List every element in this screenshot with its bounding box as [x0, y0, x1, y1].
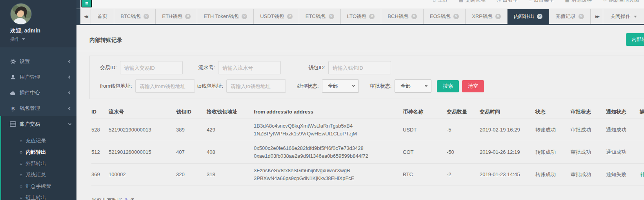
sidebar-subitem-链上转出[interactable]: ○链上转出	[1, 192, 76, 200]
close-tab-icon[interactable]: ×	[537, 14, 542, 19]
cell-status: 转账成功	[535, 163, 571, 186]
chevron-left-icon	[68, 107, 71, 110]
search-button[interactable]: 搜索	[437, 80, 459, 92]
close-tab-icon[interactable]: ×	[369, 14, 375, 19]
close-tab-icon[interactable]: ×	[144, 14, 149, 19]
tab-label: USDT钱包	[260, 13, 284, 20]
tab-BTC钱包[interactable]: BTC钱包×	[114, 9, 156, 24]
close-tab-icon[interactable]: ×	[287, 14, 293, 19]
clear-button[interactable]: 清空	[462, 80, 484, 92]
sidebar-subitem-外部转出[interactable]: ○外部转出	[1, 158, 76, 169]
tab-充值记录[interactable]: 充值记录×	[549, 9, 591, 24]
action-dropdown[interactable]: 操作	[10, 36, 76, 43]
column-header-交易时间: 交易时间	[480, 105, 535, 119]
close-tab-icon[interactable]: ×	[579, 14, 584, 19]
cell-time: 2019-01-26 12:19	[480, 141, 535, 163]
close-tab-icon[interactable]: ×	[495, 14, 501, 19]
tab-首页[interactable]: 首页	[91, 9, 114, 24]
sidebar-group-账户交易: 账户交易○充值记录○内部转出○外部转出○系统汇总○汇总手续费○链上转出	[0, 116, 76, 200]
serial-input[interactable]	[218, 61, 281, 74]
to-address-input[interactable]	[226, 79, 286, 93]
approval-status-select[interactable]: 全部	[395, 79, 431, 93]
txid-input[interactable]	[120, 61, 183, 74]
internal-transfer-button[interactable]: 内部转账	[626, 33, 644, 46]
caret-down-icon	[22, 38, 25, 40]
sidebar-item-label: 插件中心	[20, 89, 69, 96]
sidebar-item-账户交易[interactable]: 账户交易	[1, 116, 76, 132]
action-label: 操作	[10, 36, 20, 43]
sidebar-subitem-汇总手续费[interactable]: ○汇总手续费	[1, 180, 76, 192]
cell-action	[640, 119, 644, 141]
close-operations-dropdown[interactable]: 关闭操作	[603, 9, 644, 24]
table-header-row: ID流水号钱包ID接收钱包地址from address/to address币种…	[91, 105, 644, 119]
close-tab-icon[interactable]: ×	[453, 14, 459, 19]
record-count: 当前共有数据 3 条	[91, 197, 644, 200]
tab-ETH Token钱包[interactable]: ETH Token钱包×	[197, 9, 254, 24]
topnav-item-后台菜单[interactable]: ≡后台菜单	[529, 0, 554, 4]
tab-label: ETH Token钱包	[204, 13, 239, 20]
tab-label: EOS钱包	[430, 13, 451, 20]
scroll-tabs-left-button[interactable]: ◀◀	[80, 9, 91, 24]
from-address: 3FznsKeSV8rx8eSGm6hijntvgxuwArXwgR	[254, 167, 400, 175]
walletid-label: 钱包ID:	[308, 64, 325, 71]
serial-label: 流水号:	[198, 64, 215, 71]
tab-label: XRP钱包	[472, 13, 493, 20]
column-header-状态: 状态	[535, 105, 571, 119]
records-table: ID流水号钱包ID接收钱包地址from address/to address币种…	[91, 105, 644, 186]
resend-notify-link[interactable]: 补发通知	[640, 171, 644, 177]
sidebar-subitem-系统汇总[interactable]: ○系统汇总	[1, 169, 76, 180]
topnav-item-交易管理[interactable]: ▤交易管理	[459, 0, 486, 4]
sidebar-item-设置[interactable]: 设置	[0, 54, 76, 69]
scroll-tabs-right-button[interactable]: ▶▶	[591, 9, 603, 24]
column-header-币种名称: 币种名称	[403, 105, 447, 119]
refresh-icon: ↻	[603, 0, 607, 4]
sidebar-item-插件中心[interactable]: 插件中心	[0, 85, 76, 101]
sidebar-item-用户管理[interactable]: 用户管理	[0, 69, 76, 85]
avatar-image	[11, 4, 31, 24]
gears-icon	[10, 58, 16, 65]
from-address-input[interactable]	[135, 79, 195, 93]
tab-BCH钱包[interactable]: BCH钱包×	[381, 9, 423, 24]
cell-time: 2019-02-19 16:29	[480, 119, 535, 141]
tab-LTC钱包[interactable]: LTC钱包×	[341, 9, 382, 24]
tab-XRP钱包[interactable]: XRP钱包×	[466, 9, 508, 24]
tab-ETH钱包[interactable]: ETH钱包×	[156, 9, 197, 24]
sidebar-item-钱包管理[interactable]: B钱包管理	[0, 101, 76, 116]
close-tab-icon[interactable]: ×	[329, 14, 334, 19]
tab-内部转出[interactable]: 内部转出×	[508, 9, 549, 24]
tab-EOS钱包[interactable]: EOS钱包×	[424, 9, 466, 24]
sidebar-subitem-label: 系统汇总	[25, 171, 46, 178]
tab-ETC钱包[interactable]: ETC钱包×	[299, 9, 341, 24]
sidebar-subitem-label: 外部转出	[25, 160, 46, 167]
search-form: 交易ID: 流水号: 钱包ID: from钱包地址: to钱包地址: 处理状态:…	[89, 56, 644, 99]
column-header-from address/to address: from address/to address	[254, 105, 403, 119]
close-tab-icon[interactable]: ×	[185, 14, 191, 19]
close-tab-icon[interactable]: ×	[242, 14, 247, 19]
topnav-item-白名单[interactable]: ◎白名单	[497, 0, 518, 4]
circle-icon: ○	[20, 195, 22, 200]
process-status-select[interactable]: 全部	[322, 79, 359, 93]
sidebar-subitem-充值记录[interactable]: ○充值记录	[1, 135, 76, 146]
sidebar-subitem-label: 汇总手续费	[25, 183, 51, 190]
sidebar-toggle-button[interactable]: ≡	[81, 0, 92, 7]
navbar-edge	[76, 0, 80, 9]
count-suffix: 条	[130, 197, 135, 200]
cell-amount: -5	[447, 119, 480, 141]
sidebar-subitem-内部转出[interactable]: ○内部转出	[1, 146, 76, 158]
bitcoin-icon: B	[10, 105, 16, 112]
close-tab-icon[interactable]: ×	[411, 14, 417, 19]
cell-action	[640, 141, 644, 163]
sidebar-subitem-label: 内部转出	[25, 149, 46, 156]
walletid-input[interactable]	[328, 61, 391, 74]
topnav-label: 刷新当前页面	[609, 0, 639, 4]
process-status-value: 全部	[328, 83, 338, 90]
topnav-item-主页[interactable]: ⌂主页	[433, 0, 448, 4]
topnav-item-刷新当前页面[interactable]: ↻刷新当前页面	[603, 0, 639, 4]
chevron-down-icon	[352, 84, 355, 87]
cell-id: 528	[91, 119, 109, 141]
tab-USDT钱包[interactable]: USDT钱包×	[254, 9, 299, 24]
submenu: ○充值记录○内部转出○外部转出○系统汇总○汇总手续费○链上转出	[1, 132, 76, 200]
from-address: 1B3dA8c4sncvQ8kqXmtWstJaRnTgsb5xB4	[254, 122, 400, 130]
topnav-item-清除缓存[interactable]: ▦清除缓存	[565, 0, 592, 4]
circle-icon: ○	[20, 184, 22, 189]
